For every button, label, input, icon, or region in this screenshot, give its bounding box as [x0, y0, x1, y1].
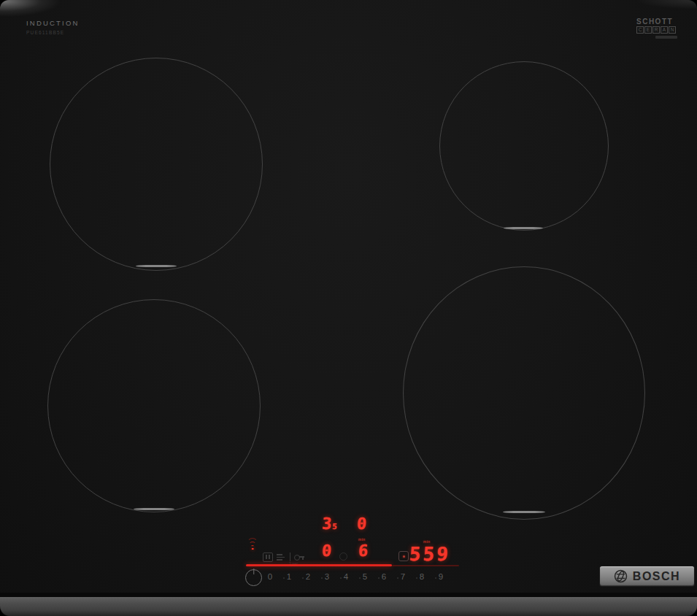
level-key-8[interactable]: 8 [416, 572, 428, 581]
level-key-0[interactable]: 0 [264, 572, 276, 581]
level-key-1[interactable]: 1 [283, 572, 295, 581]
display-rear-left: 35 [321, 515, 338, 536]
child-lock-icon[interactable] [294, 553, 304, 561]
display-front-left: 0 [321, 542, 332, 560]
corner-reflection [0, 0, 88, 34]
zone-mark-rear-right [504, 227, 543, 229]
timer-button[interactable] [398, 551, 409, 561]
bosch-badge: BOSCH [600, 566, 694, 586]
power-icon [253, 569, 255, 574]
level-slider-dim-segment[interactable] [392, 565, 459, 566]
key-divider [290, 553, 290, 561]
model-number-label: PUE611BB5E [26, 30, 64, 35]
schott-wordmark: SCHOTT [636, 18, 682, 26]
zone-mark-front-right [503, 511, 545, 513]
ceran-letter: N [669, 26, 676, 34]
level-key-6[interactable]: 6 [378, 572, 390, 581]
cooking-zone-front-left [47, 299, 261, 512]
induction-hob: INDUCTION PUE611BB5E SCHOTT C E R A N 3 … [0, 0, 697, 616]
pause-icon[interactable] [263, 553, 273, 562]
front-metal-trim [0, 597, 697, 616]
ceran-wordmark: C E R A N [636, 26, 682, 34]
level-key-5[interactable]: 5 [359, 572, 371, 581]
bosch-wordmark: BOSCH [633, 570, 680, 583]
power-button[interactable] [245, 569, 262, 586]
schott-ceran-logo: SCHOTT C E R A N [636, 18, 682, 39]
ceran-letter: A [661, 26, 668, 34]
ceran-letter: R [652, 26, 660, 34]
half-step-digit: 5 [332, 522, 338, 531]
zone-mark-front-left [134, 508, 174, 510]
home-connect-wifi-icon [247, 541, 258, 550]
pan-transfer-icon[interactable] [277, 553, 286, 561]
cooking-zone-front-right [403, 266, 645, 520]
cooking-zone-rear-left [50, 58, 263, 271]
level-key-7[interactable]: 7 [397, 572, 409, 581]
level-key-2[interactable]: 2 [302, 572, 314, 581]
ceran-letter: E [644, 26, 652, 34]
ceran-letter: C [636, 26, 644, 34]
zone-mark-rear-left [136, 265, 177, 267]
pan-detection-icon [339, 553, 347, 561]
level-key-9[interactable]: 9 [435, 572, 447, 581]
level-key-3[interactable]: 3 [321, 572, 333, 581]
level-slider-lit-segment[interactable] [246, 564, 392, 566]
cooking-zone-rear-right [439, 61, 609, 231]
display-front-right: 6 [358, 542, 369, 560]
level-key-4[interactable]: 4 [340, 572, 352, 581]
display-rear-right: 0 [356, 515, 367, 533]
induction-type-label: INDUCTION [26, 19, 80, 27]
timer-display: 559 [409, 544, 451, 563]
schott-subtext-blur [655, 36, 677, 39]
bosch-symbol-icon [614, 569, 628, 583]
